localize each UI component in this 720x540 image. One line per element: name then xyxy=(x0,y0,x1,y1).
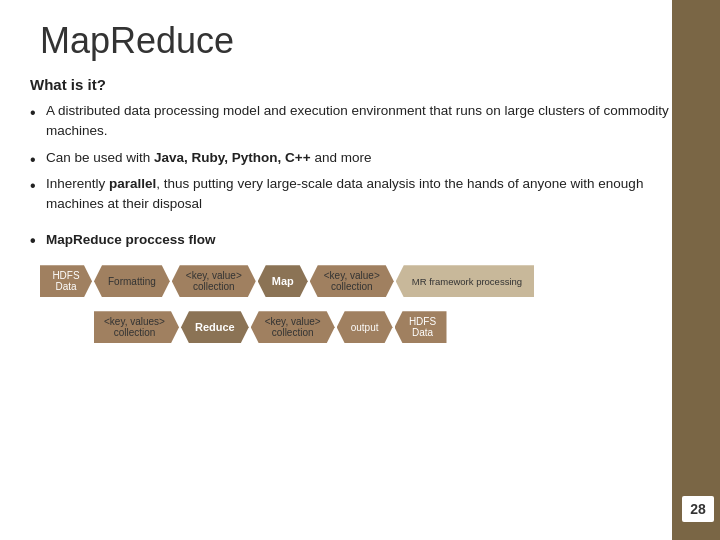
kv-collection-3-box: <key, value>collection xyxy=(251,311,335,343)
right-sidebar: 28 xyxy=(672,0,720,540)
bullet-3: Inherently parallel, thus putting very l… xyxy=(30,174,690,215)
bullet-list: A distributed data processing model and … xyxy=(30,101,690,214)
output-box: output xyxy=(337,311,393,343)
kv-collection-1-box: <key, value>collection xyxy=(172,265,256,297)
what-is-it-heading: What is it? xyxy=(30,76,690,93)
flow-row-1: HDFSData Formatting <key, value>collecti… xyxy=(40,265,630,297)
formatting-box: Formatting xyxy=(94,265,170,297)
hdfs-data-box: HDFSData xyxy=(40,265,92,297)
bullet-1: A distributed data processing model and … xyxy=(30,101,690,142)
slide-title: MapReduce xyxy=(30,20,690,62)
flow-row-2: <key, values>collection Reduce <key, val… xyxy=(94,311,630,343)
hdfs-data-end-box: HDFSData xyxy=(395,311,447,343)
reduce-box: Reduce xyxy=(181,311,249,343)
bullet-2: Can be used with Java, Ruby, Python, C++… xyxy=(30,148,690,168)
process-flow-title: MapReduce proccess flow xyxy=(30,232,690,247)
flow-rows: HDFSData Formatting <key, value>collecti… xyxy=(40,265,630,351)
kv-values-collection-box: <key, values>collection xyxy=(94,311,179,343)
page-number: 28 xyxy=(682,496,714,522)
map-box: Map xyxy=(258,265,308,297)
mr-framework-box: MR framework processing xyxy=(396,265,534,297)
kv-collection-2-box: <key, value>collection xyxy=(310,265,394,297)
flow-diagram: HDFSData Formatting <key, value>collecti… xyxy=(30,265,690,351)
slide-page: MapReduce What is it? A distributed data… xyxy=(0,0,720,540)
